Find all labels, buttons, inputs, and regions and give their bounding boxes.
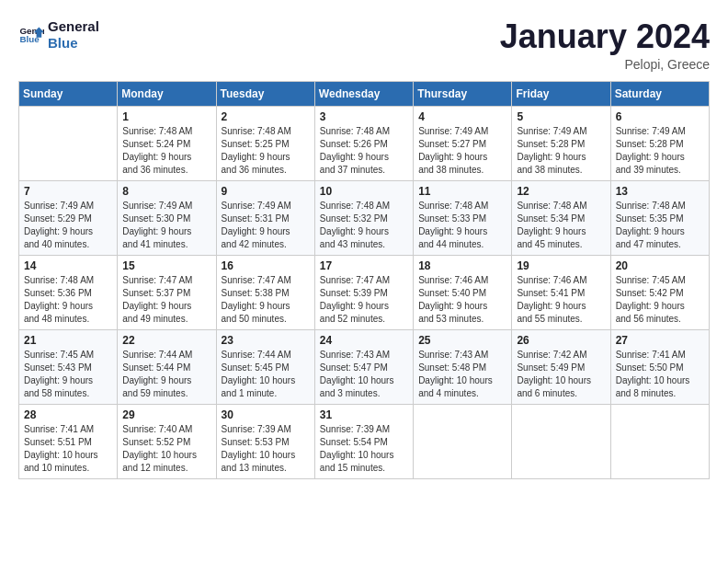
day-number: 22: [122, 334, 210, 347]
day-info: Sunrise: 7:41 AM Sunset: 5:50 PM Dayligh…: [616, 349, 704, 400]
calendar-cell: 3Sunrise: 7:48 AM Sunset: 5:26 PM Daylig…: [314, 106, 413, 180]
calendar-header-row: SundayMondayTuesdayWednesdayThursdayFrid…: [19, 81, 710, 106]
calendar-cell: 27Sunrise: 7:41 AM Sunset: 5:50 PM Dayli…: [610, 329, 709, 404]
calendar-cell: 22Sunrise: 7:44 AM Sunset: 5:44 PM Dayli…: [118, 329, 216, 404]
day-number: 29: [122, 408, 210, 421]
day-info: Sunrise: 7:47 AM Sunset: 5:38 PM Dayligh…: [222, 274, 310, 326]
day-info: Sunrise: 7:46 AM Sunset: 5:40 PM Dayligh…: [418, 274, 506, 326]
day-number: 19: [517, 259, 605, 272]
calendar-cell: 19Sunrise: 7:46 AM Sunset: 5:41 PM Dayli…: [512, 255, 610, 329]
calendar-cell: 11Sunrise: 7:48 AM Sunset: 5:33 PM Dayli…: [414, 180, 512, 255]
day-number: 23: [222, 334, 310, 347]
calendar-cell: 4Sunrise: 7:49 AM Sunset: 5:27 PM Daylig…: [414, 106, 512, 180]
calendar-cell: 15Sunrise: 7:47 AM Sunset: 5:37 PM Dayli…: [118, 255, 216, 329]
calendar-cell: 14Sunrise: 7:48 AM Sunset: 5:36 PM Dayli…: [19, 255, 118, 329]
day-info: Sunrise: 7:48 AM Sunset: 5:33 PM Dayligh…: [418, 200, 506, 251]
day-info: Sunrise: 7:48 AM Sunset: 5:34 PM Dayligh…: [517, 200, 605, 251]
day-number: 26: [517, 334, 605, 347]
day-number: 6: [616, 110, 704, 123]
day-info: Sunrise: 7:39 AM Sunset: 5:53 PM Dayligh…: [222, 423, 310, 475]
day-number: 18: [418, 259, 506, 272]
day-number: 5: [517, 110, 605, 123]
calendar-cell: 5Sunrise: 7:49 AM Sunset: 5:28 PM Daylig…: [512, 106, 610, 180]
day-number: 28: [24, 408, 112, 421]
day-info: Sunrise: 7:40 AM Sunset: 5:52 PM Dayligh…: [122, 423, 210, 475]
calendar-cell: 29Sunrise: 7:40 AM Sunset: 5:52 PM Dayli…: [118, 404, 216, 478]
calendar-cell: 23Sunrise: 7:44 AM Sunset: 5:45 PM Dayli…: [216, 329, 314, 404]
day-number: 2: [222, 110, 310, 123]
day-info: Sunrise: 7:49 AM Sunset: 5:31 PM Dayligh…: [222, 200, 310, 251]
day-number: 1: [122, 110, 210, 123]
day-info: Sunrise: 7:45 AM Sunset: 5:43 PM Dayligh…: [24, 349, 112, 400]
day-of-week-header: Thursday: [414, 81, 512, 106]
day-info: Sunrise: 7:49 AM Sunset: 5:29 PM Dayligh…: [24, 200, 112, 251]
day-info: Sunrise: 7:43 AM Sunset: 5:48 PM Dayligh…: [418, 349, 506, 400]
calendar-cell: 25Sunrise: 7:43 AM Sunset: 5:48 PM Dayli…: [414, 329, 512, 404]
calendar-cell: 20Sunrise: 7:45 AM Sunset: 5:42 PM Dayli…: [610, 255, 709, 329]
calendar-cell: 12Sunrise: 7:48 AM Sunset: 5:34 PM Dayli…: [512, 180, 610, 255]
day-info: Sunrise: 7:48 AM Sunset: 5:35 PM Dayligh…: [616, 200, 704, 251]
location: Pelopi, Greece: [500, 57, 710, 72]
calendar-cell: 16Sunrise: 7:47 AM Sunset: 5:38 PM Dayli…: [216, 255, 314, 329]
calendar-cell: [19, 106, 118, 180]
day-info: Sunrise: 7:41 AM Sunset: 5:51 PM Dayligh…: [24, 423, 112, 475]
calendar-cell: 17Sunrise: 7:47 AM Sunset: 5:39 PM Dayli…: [314, 255, 413, 329]
day-number: 20: [616, 259, 704, 272]
calendar-week-row: 14Sunrise: 7:48 AM Sunset: 5:36 PM Dayli…: [19, 255, 710, 329]
day-info: Sunrise: 7:49 AM Sunset: 5:28 PM Dayligh…: [517, 125, 605, 177]
calendar-cell: 1Sunrise: 7:48 AM Sunset: 5:24 PM Daylig…: [118, 106, 216, 180]
calendar-week-row: 21Sunrise: 7:45 AM Sunset: 5:43 PM Dayli…: [19, 329, 710, 404]
day-number: 13: [616, 185, 704, 198]
calendar-table: SundayMondayTuesdayWednesdayThursdayFrid…: [18, 81, 710, 479]
logo: General Blue General Blue: [18, 18, 99, 52]
day-info: Sunrise: 7:49 AM Sunset: 5:27 PM Dayligh…: [418, 125, 506, 177]
calendar-cell: 13Sunrise: 7:48 AM Sunset: 5:35 PM Dayli…: [610, 180, 709, 255]
calendar-week-row: 1Sunrise: 7:48 AM Sunset: 5:24 PM Daylig…: [19, 106, 710, 180]
day-of-week-header: Saturday: [610, 81, 709, 106]
calendar-week-row: 7Sunrise: 7:49 AM Sunset: 5:29 PM Daylig…: [19, 180, 710, 255]
day-number: 21: [24, 334, 112, 347]
calendar-cell: [610, 404, 709, 478]
day-number: 10: [320, 185, 408, 198]
day-number: 31: [320, 408, 408, 421]
day-number: 8: [122, 185, 210, 198]
day-of-week-header: Monday: [118, 81, 216, 106]
calendar-cell: 8Sunrise: 7:49 AM Sunset: 5:30 PM Daylig…: [118, 180, 216, 255]
day-number: 7: [24, 185, 112, 198]
day-number: 12: [517, 185, 605, 198]
title-block: January 2024 Pelopi, Greece: [500, 18, 710, 72]
day-info: Sunrise: 7:42 AM Sunset: 5:49 PM Dayligh…: [517, 349, 605, 400]
day-info: Sunrise: 7:48 AM Sunset: 5:32 PM Dayligh…: [320, 200, 408, 251]
calendar-cell: 28Sunrise: 7:41 AM Sunset: 5:51 PM Dayli…: [19, 404, 118, 478]
calendar-cell: 7Sunrise: 7:49 AM Sunset: 5:29 PM Daylig…: [19, 180, 118, 255]
day-of-week-header: Tuesday: [216, 81, 314, 106]
day-info: Sunrise: 7:48 AM Sunset: 5:24 PM Dayligh…: [122, 125, 210, 177]
page-header: General Blue General Blue January 2024 P…: [18, 18, 710, 72]
calendar-cell: 31Sunrise: 7:39 AM Sunset: 5:54 PM Dayli…: [314, 404, 413, 478]
day-number: 3: [320, 110, 408, 123]
day-number: 16: [222, 259, 310, 272]
day-of-week-header: Friday: [512, 81, 610, 106]
month-title: January 2024: [500, 18, 710, 55]
calendar-week-row: 28Sunrise: 7:41 AM Sunset: 5:51 PM Dayli…: [19, 404, 710, 478]
day-info: Sunrise: 7:39 AM Sunset: 5:54 PM Dayligh…: [320, 423, 408, 475]
calendar-cell: [512, 404, 610, 478]
day-info: Sunrise: 7:49 AM Sunset: 5:28 PM Dayligh…: [616, 125, 704, 177]
day-number: 4: [418, 110, 506, 123]
day-of-week-header: Wednesday: [314, 81, 413, 106]
calendar-cell: 24Sunrise: 7:43 AM Sunset: 5:47 PM Dayli…: [314, 329, 413, 404]
day-info: Sunrise: 7:44 AM Sunset: 5:45 PM Dayligh…: [222, 349, 310, 400]
day-info: Sunrise: 7:47 AM Sunset: 5:37 PM Dayligh…: [122, 274, 210, 326]
day-info: Sunrise: 7:44 AM Sunset: 5:44 PM Dayligh…: [122, 349, 210, 400]
calendar-cell: 30Sunrise: 7:39 AM Sunset: 5:53 PM Dayli…: [216, 404, 314, 478]
logo-text-blue: Blue: [48, 35, 99, 52]
calendar-cell: [414, 404, 512, 478]
day-info: Sunrise: 7:43 AM Sunset: 5:47 PM Dayligh…: [320, 349, 408, 400]
day-info: Sunrise: 7:48 AM Sunset: 5:26 PM Dayligh…: [320, 125, 408, 177]
calendar-cell: 10Sunrise: 7:48 AM Sunset: 5:32 PM Dayli…: [314, 180, 413, 255]
day-info: Sunrise: 7:45 AM Sunset: 5:42 PM Dayligh…: [616, 274, 704, 326]
calendar-cell: 9Sunrise: 7:49 AM Sunset: 5:31 PM Daylig…: [216, 180, 314, 255]
day-number: 17: [320, 259, 408, 272]
day-info: Sunrise: 7:47 AM Sunset: 5:39 PM Dayligh…: [320, 274, 408, 326]
day-number: 30: [222, 408, 310, 421]
